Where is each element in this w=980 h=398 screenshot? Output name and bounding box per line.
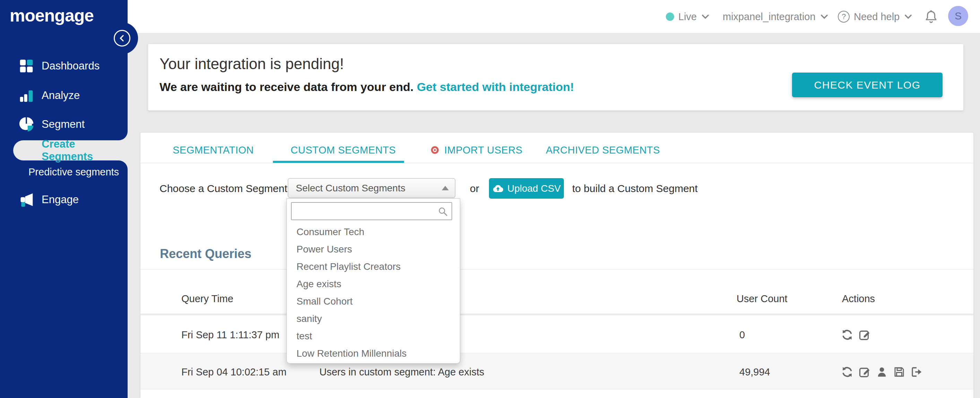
sidebar: moengage Dashboards Analyze Segment Crea… — [0, 0, 127, 398]
or-label: or — [470, 183, 479, 195]
user-avatar[interactable]: S — [948, 6, 968, 26]
query-time-cell: Fri Sep 11 1:11:37 pm — [181, 329, 280, 341]
refresh-icon[interactable] — [841, 366, 853, 378]
chevron-down-icon — [701, 12, 710, 21]
sidebar-item-predictive-segments[interactable]: Predictive segments — [0, 163, 127, 181]
sidebar-item-engage[interactable]: Engage — [0, 189, 127, 211]
sidebar-item-create-segments[interactable]: Create Segments — [13, 140, 127, 160]
sidebar-item-label: Create Segments — [41, 138, 127, 163]
tab-custom-segments[interactable]: CUSTOM SEGMENTS — [291, 142, 396, 158]
row-actions — [841, 329, 871, 341]
sidebar-item-label: Segment — [41, 118, 84, 131]
refresh-icon[interactable] — [841, 329, 853, 341]
sidebar-item-analyze[interactable]: Analyze — [0, 85, 127, 107]
search-icon — [438, 206, 448, 217]
sidebar-item-dashboards[interactable]: Dashboards — [0, 55, 127, 77]
environment-switcher[interactable]: Live — [666, 0, 710, 34]
section-divider — [140, 269, 974, 270]
dropdown-option[interactable]: Low Retention Millennials — [296, 347, 449, 361]
save-icon[interactable] — [893, 366, 905, 378]
project-name: mixpanel_integration — [723, 11, 816, 22]
moengage-logo: moengage — [10, 6, 94, 26]
record-dot-icon — [430, 145, 439, 155]
column-header-user-count: User Count — [737, 293, 788, 305]
table-row: Fri Sep 11 1:11:37 pm 0 — [140, 315, 974, 353]
question-mark-icon: ? — [838, 11, 850, 22]
edit-icon[interactable] — [858, 329, 871, 341]
tab-segmentation[interactable]: SEGMENTATION — [173, 142, 254, 158]
help-label: Need help — [854, 11, 900, 22]
bell-icon — [924, 10, 939, 24]
dropdown-option[interactable]: test — [296, 329, 449, 343]
tab-import-users[interactable]: IMPORT USERS — [430, 142, 523, 158]
custom-segments-dropdown: Consumer Tech Power Users Recent Playlis… — [286, 198, 460, 364]
column-header-query-time: Query Time — [181, 293, 233, 305]
notifications-button[interactable] — [924, 0, 939, 34]
live-status-dot-icon — [666, 13, 674, 21]
dropdown-option[interactable]: sanity — [296, 312, 449, 326]
column-header-actions: Actions — [842, 293, 875, 305]
banner-message: We are waiting to receive data from your… — [159, 80, 574, 94]
sidebar-item-label: Dashboards — [41, 60, 100, 72]
user-icon[interactable] — [876, 366, 888, 378]
sidebar-collapse-button[interactable] — [114, 30, 130, 46]
user-count-cell: 0 — [739, 329, 745, 341]
environment-label: Live — [678, 11, 697, 22]
table-row: Fri Sep 04 10:02:15 am Users in custom s… — [140, 353, 974, 389]
moengage-app: moengage Dashboards Analyze Segment Crea… — [0, 0, 980, 398]
row-actions — [841, 366, 923, 378]
picker-label: Choose a Custom Segment: — [159, 183, 290, 195]
custom-segment-select[interactable]: Select Custom Segments — [288, 178, 455, 198]
export-icon[interactable] — [910, 366, 923, 378]
check-event-log-button[interactable]: CHECK EVENT LOG — [792, 73, 943, 97]
upload-csv-button[interactable]: Upload CSV — [489, 178, 564, 199]
select-value: Select Custom Segments — [296, 183, 406, 194]
edit-icon[interactable] — [858, 366, 871, 378]
tab-label: CUSTOM SEGMENTS — [291, 144, 396, 156]
query-time-cell: Fri Sep 04 10:02:15 am — [181, 366, 286, 378]
dropdown-option[interactable]: Power Users — [296, 242, 449, 256]
tabs-divider — [140, 163, 974, 163]
sidebar-item-segment[interactable]: Segment — [0, 113, 127, 136]
user-count-cell: 49,994 — [739, 366, 770, 378]
project-switcher[interactable]: mixpanel_integration — [723, 0, 829, 34]
banner-message-text: We are waiting to receive data from your… — [159, 80, 414, 93]
dropdown-search-input[interactable] — [294, 204, 433, 218]
sidebar-item-label: Analyze — [41, 89, 80, 102]
tab-label: ARCHIVED SEGMENTS — [546, 144, 660, 156]
engage-megaphone-icon — [19, 192, 34, 207]
tab-archived-segments[interactable]: ARCHIVED SEGMENTS — [546, 142, 660, 158]
sidebar-item-label: Engage — [41, 193, 79, 206]
sidebar-item-label: Predictive segments — [29, 166, 119, 178]
chevron-down-icon — [820, 12, 829, 21]
recent-queries-title: Recent Queries — [160, 246, 251, 261]
picker-suffix-label: to build a Custom Segment — [572, 183, 698, 195]
cloud-upload-icon — [492, 183, 504, 195]
banner-title: Your integration is pending! — [159, 55, 344, 73]
caret-up-icon — [442, 186, 449, 190]
dropdown-option[interactable]: Small Cohort — [296, 294, 449, 308]
topbar: Live mixpanel_integration ? Need help S — [127, 0, 980, 34]
chevron-down-icon — [904, 12, 913, 21]
dashboards-grid-icon — [19, 58, 34, 74]
dropdown-option[interactable]: Recent Playlist Creators — [296, 260, 449, 274]
avatar-initial: S — [955, 10, 962, 22]
segments-card: SEGMENTATION CUSTOM SEGMENTS IMPORT USER… — [140, 133, 974, 398]
tab-label: SEGMENTATION — [173, 144, 254, 156]
segment-pie-icon — [19, 117, 34, 132]
query-info-cell: Users in custom segment: Age exists — [320, 366, 484, 378]
chevron-left-icon — [118, 34, 126, 42]
integration-pending-banner: Your integration is pending! We are wait… — [148, 44, 963, 110]
tab-label: IMPORT USERS — [444, 144, 523, 156]
dropdown-option[interactable]: Consumer Tech — [296, 225, 449, 239]
get-started-link[interactable]: Get started with integration! — [417, 80, 574, 93]
help-menu[interactable]: ? Need help — [838, 0, 913, 34]
upload-csv-label: Upload CSV — [508, 183, 561, 194]
analyze-bars-icon — [19, 88, 34, 103]
dropdown-option[interactable]: Age exists — [296, 277, 449, 291]
dropdown-search-box — [291, 202, 452, 220]
